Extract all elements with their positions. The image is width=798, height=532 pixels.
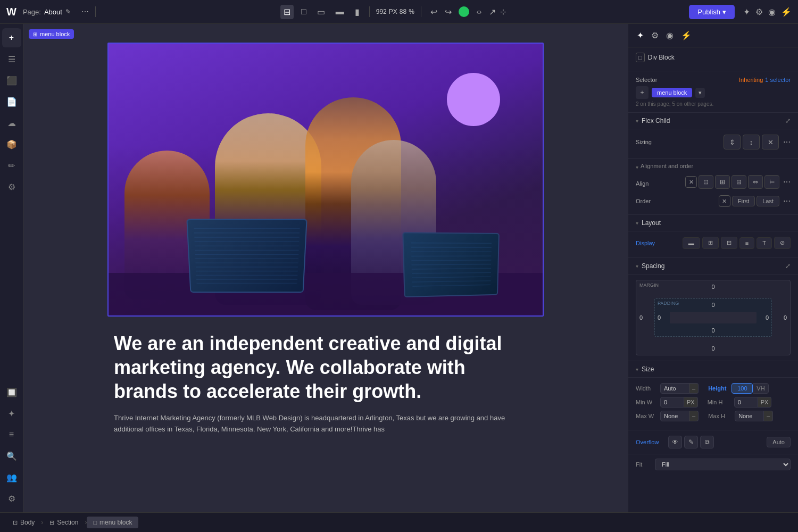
flex-child-section-header[interactable]: ▾ Flex Child ⤢ xyxy=(628,113,798,129)
device-mobile[interactable]: ▮ xyxy=(352,5,363,19)
width-unit[interactable]: – xyxy=(689,383,699,394)
min-w-unit[interactable]: PX xyxy=(684,397,698,408)
page-edit-icon[interactable]: ✎ xyxy=(65,8,71,15)
lightning-icon[interactable]: ⚡ xyxy=(781,7,792,17)
tab-settings[interactable]: ⚙ xyxy=(649,28,661,43)
align-stretch-btn[interactable]: ⇔ xyxy=(748,175,763,189)
sidebar-icon-settings[interactable]: ⚙ xyxy=(2,177,21,196)
sidebar-icon-layers[interactable]: ☰ xyxy=(2,49,21,69)
tab-interactions[interactable]: ◉ xyxy=(664,28,676,43)
width-input[interactable] xyxy=(660,383,689,394)
share-button[interactable]: ↗ xyxy=(489,7,496,17)
canvas-px-label: PX xyxy=(389,8,397,15)
min-h-unit[interactable]: PX xyxy=(758,397,772,408)
order-more-btn[interactable]: ⋯ xyxy=(783,197,791,205)
sidebar-icon-cms[interactable]: ☁ xyxy=(2,113,21,132)
layout-section-header[interactable]: ▾ Layout xyxy=(628,215,798,231)
sidebar-icon-editor[interactable]: ✏ xyxy=(2,156,21,175)
sidebar-icon-assets[interactable]: ⬛ xyxy=(2,71,21,90)
undo-button[interactable]: ↩ xyxy=(428,6,440,18)
device-desktop[interactable]: □ xyxy=(298,5,310,19)
padding-top-value[interactable]: 0 xyxy=(711,302,714,308)
max-w-unit[interactable]: – xyxy=(689,411,699,421)
selector-add-btn[interactable]: + xyxy=(636,86,649,99)
inherit-count[interactable]: 1 selector xyxy=(765,77,791,83)
order-none-btn[interactable]: ✕ xyxy=(719,195,730,207)
max-h-input[interactable] xyxy=(735,411,764,421)
flex-child-expand-icon[interactable]: ⤢ xyxy=(785,117,791,124)
align-center-btn[interactable]: ⊞ xyxy=(715,175,730,189)
layout-flex-btn[interactable]: ⊞ xyxy=(702,237,719,249)
sizing-btn-3[interactable]: ✕ xyxy=(762,135,779,149)
sizing-btn-2[interactable]: ↕ xyxy=(743,135,760,149)
align-baseline-btn[interactable]: ⊨ xyxy=(764,175,779,189)
min-w-input[interactable] xyxy=(660,397,684,408)
style-icon[interactable]: ✦ xyxy=(743,7,750,17)
tab-style[interactable]: ✦ xyxy=(635,28,646,43)
device-tablet-landscape[interactable]: ▭ xyxy=(314,5,328,19)
page-name[interactable]: About xyxy=(44,8,62,16)
sidebar-icon-add[interactable]: + xyxy=(2,28,21,47)
padding-left-value[interactable]: 0 xyxy=(658,314,661,321)
hero-image[interactable] xyxy=(107,43,544,317)
spacing-expand-icon[interactable]: ⤢ xyxy=(785,262,791,270)
padding-right-value[interactable]: 0 xyxy=(766,314,769,321)
order-last-btn[interactable]: Last xyxy=(757,196,779,206)
sidebar-icon-ecom[interactable]: 📦 xyxy=(2,135,21,154)
order-first-btn[interactable]: First xyxy=(732,196,755,206)
size-section-header[interactable]: ▾ Size xyxy=(628,361,798,378)
layout-none-btn[interactable]: ⊘ xyxy=(774,237,791,249)
layout-block-btn[interactable]: ▬ xyxy=(683,237,700,249)
overflow-auto-btn[interactable]: Auto xyxy=(767,437,791,447)
layout-text-btn[interactable]: T xyxy=(757,237,772,249)
sidebar-icon-elements[interactable]: 🔲 xyxy=(2,383,21,402)
selector-name-btn[interactable]: menu block xyxy=(652,88,692,97)
publish-button[interactable]: Publish ▾ xyxy=(689,5,735,19)
margin-right-value[interactable]: 0 xyxy=(784,314,787,321)
margin-bottom-value[interactable]: 0 xyxy=(711,345,714,352)
align-more-btn[interactable]: ⋯ xyxy=(783,178,791,186)
padding-bottom-value[interactable]: 0 xyxy=(711,327,714,334)
sizing-btn-1[interactable]: ⇕ xyxy=(724,135,741,149)
sidebar-icon-interactions[interactable]: ≡ xyxy=(2,425,21,444)
sidebar-icon-account[interactable]: ⚙ xyxy=(2,489,21,508)
device-desktop-primary[interactable]: ⊟ xyxy=(280,5,294,19)
spacing-section-header[interactable]: ▾ Spacing ⤢ xyxy=(628,258,798,275)
align-end-btn[interactable]: ⊟ xyxy=(732,175,746,189)
breadcrumb-menublock[interactable]: □ menu block xyxy=(87,517,138,528)
device-tablet-portrait[interactable]: ▬ xyxy=(332,5,347,19)
overflow-edit-btn[interactable]: ✎ xyxy=(684,436,698,448)
page-menu-icon[interactable]: ⋯ xyxy=(81,7,89,16)
sizing-more-btn[interactable]: ⋯ xyxy=(783,138,791,146)
align-start-btn[interactable]: ⊡ xyxy=(699,175,713,189)
sidebar-icon-users[interactable]: 👥 xyxy=(2,468,21,487)
overflow-clip-btn[interactable]: ⧉ xyxy=(700,436,714,448)
selector-dropdown-btn[interactable]: ▾ xyxy=(695,88,705,98)
tab-lightning[interactable]: ⚡ xyxy=(679,28,694,43)
layout-grid-btn[interactable]: ⊟ xyxy=(721,237,737,249)
settings-icon[interactable]: ⚙ xyxy=(755,7,763,17)
block-type-checkbox[interactable]: □ xyxy=(636,53,645,62)
sidebar-icon-pages[interactable]: 📄 xyxy=(2,92,21,111)
code-button[interactable]: ‹› xyxy=(473,6,485,17)
breadcrumb-body[interactable]: ⊡ Body xyxy=(6,517,41,528)
flex-child-header-left: ▾ Flex Child xyxy=(636,117,670,124)
sidebar-icon-symbols[interactable]: ✦ xyxy=(2,404,21,423)
max-w-input[interactable] xyxy=(660,411,689,421)
align-none-btn[interactable]: ✕ xyxy=(685,176,697,188)
breadcrumb-section[interactable]: ⊟ Section xyxy=(43,517,85,528)
redo-button[interactable]: ↪ xyxy=(442,6,454,18)
margin-top-value[interactable]: 0 xyxy=(711,284,714,290)
interactions-icon[interactable]: ◉ xyxy=(768,7,776,17)
height-unit[interactable]: VH xyxy=(753,383,768,394)
layout-inline-btn[interactable]: ≡ xyxy=(739,237,754,249)
sidebar-icon-search[interactable]: 🔍 xyxy=(2,446,21,466)
max-h-unit[interactable]: – xyxy=(764,411,773,421)
overflow-eye-btn[interactable]: 👁 xyxy=(668,436,682,448)
min-h-input[interactable] xyxy=(734,397,758,408)
cursor-button[interactable]: ⊹ xyxy=(500,7,506,16)
margin-left-value[interactable]: 0 xyxy=(639,314,643,321)
canvas-area[interactable]: menu block xyxy=(23,24,628,512)
fit-select[interactable]: Fill Contain Cover None xyxy=(655,459,791,470)
height-value[interactable]: 100 xyxy=(732,383,753,394)
